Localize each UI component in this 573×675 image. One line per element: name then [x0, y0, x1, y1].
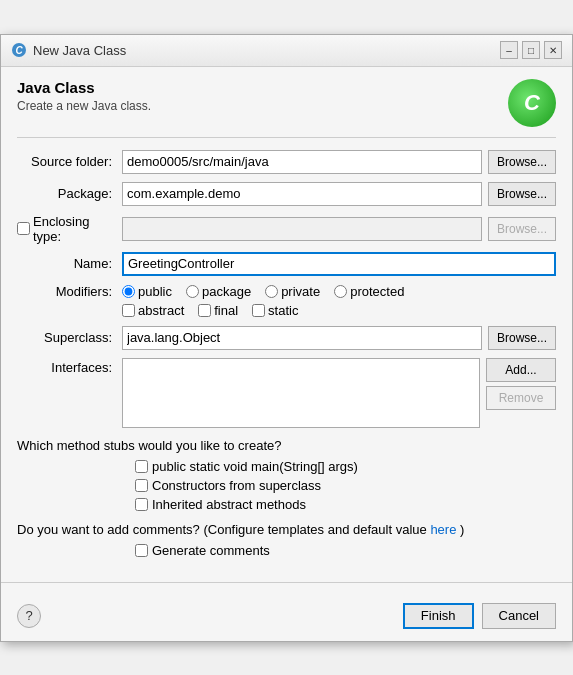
- superclass-label: Superclass:: [17, 330, 122, 345]
- generate-comments-checkbox[interactable]: [135, 544, 148, 557]
- enclosing-type-browse-button: Browse...: [488, 217, 556, 241]
- minimize-button[interactable]: –: [500, 41, 518, 59]
- stub-inherited: Inherited abstract methods: [135, 497, 556, 512]
- comments-question: Do you want to add comments? (Configure …: [17, 522, 556, 537]
- checkbox-final[interactable]: final: [198, 303, 238, 318]
- enclosing-type-row: Enclosing type: Browse...: [17, 214, 556, 244]
- name-input[interactable]: [122, 252, 556, 276]
- package-label: Package:: [17, 186, 122, 201]
- title-bar: C New Java Class – □ ✕: [1, 35, 572, 67]
- stub-constructors-checkbox[interactable]: [135, 479, 148, 492]
- svg-text:C: C: [15, 45, 23, 56]
- cancel-button[interactable]: Cancel: [482, 603, 556, 629]
- comments-here-link[interactable]: here: [430, 522, 456, 537]
- package-input[interactable]: [122, 182, 482, 206]
- modifier-checkboxes: abstract final static: [122, 303, 298, 318]
- generate-comments-label: Generate comments: [152, 543, 270, 558]
- stub-inherited-checkbox[interactable]: [135, 498, 148, 511]
- superclass-input[interactable]: [122, 326, 482, 350]
- finish-button[interactable]: Finish: [403, 603, 474, 629]
- name-row: Name:: [17, 252, 556, 276]
- header-title: Java Class: [17, 79, 151, 96]
- checkbox-abstract[interactable]: abstract: [122, 303, 184, 318]
- eclipse-logo: C: [508, 79, 556, 127]
- maximize-button[interactable]: □: [522, 41, 540, 59]
- source-folder-row: Source folder: Browse...: [17, 150, 556, 174]
- comments-section: Generate comments: [135, 543, 556, 558]
- modifiers-row: Modifiers: public package private protec…: [17, 284, 556, 299]
- remove-interface-button[interactable]: Remove: [486, 386, 556, 410]
- stub-constructors: Constructors from superclass: [135, 478, 556, 493]
- close-button[interactable]: ✕: [544, 41, 562, 59]
- generate-comments-item: Generate comments: [135, 543, 556, 558]
- dialog-title: New Java Class: [33, 43, 126, 58]
- interfaces-label: Interfaces:: [17, 358, 122, 375]
- package-browse-button[interactable]: Browse...: [488, 182, 556, 206]
- footer-buttons: Finish Cancel: [403, 603, 556, 629]
- checkbox-static[interactable]: static: [252, 303, 298, 318]
- add-interface-button[interactable]: Add...: [486, 358, 556, 382]
- modifiers-label: Modifiers:: [17, 284, 122, 299]
- stub-main-checkbox[interactable]: [135, 460, 148, 473]
- superclass-row: Superclass: Browse...: [17, 326, 556, 350]
- superclass-browse-button[interactable]: Browse...: [488, 326, 556, 350]
- source-folder-input[interactable]: [122, 150, 482, 174]
- java-icon: C: [11, 42, 27, 58]
- help-button[interactable]: ?: [17, 604, 41, 628]
- comments-question-text: Do you want to add comments? (Configure …: [17, 522, 427, 537]
- radio-public[interactable]: public: [122, 284, 172, 299]
- modifiers-checkboxes-row: abstract final static: [17, 303, 556, 318]
- source-folder-label: Source folder:: [17, 154, 122, 169]
- package-row: Package: Browse...: [17, 182, 556, 206]
- stub-inherited-label: Inherited abstract methods: [152, 497, 306, 512]
- stub-main-label: public static void main(String[] args): [152, 459, 358, 474]
- enclosing-type-label: Enclosing type:: [30, 214, 118, 244]
- source-folder-browse-button[interactable]: Browse...: [488, 150, 556, 174]
- comments-question-end: ): [460, 522, 464, 537]
- dialog-footer: ? Finish Cancel: [1, 595, 572, 641]
- header-section: Java Class Create a new Java class. C: [17, 79, 556, 138]
- interfaces-buttons: Add... Remove: [486, 358, 556, 410]
- interfaces-row: Interfaces: Add... Remove: [17, 358, 556, 428]
- stubs-question: Which method stubs would you like to cre…: [17, 438, 556, 453]
- radio-package[interactable]: package: [186, 284, 251, 299]
- stub-main: public static void main(String[] args): [135, 459, 556, 474]
- enclosing-type-input[interactable]: [122, 217, 482, 241]
- name-label: Name:: [17, 256, 122, 271]
- header-subtitle: Create a new Java class.: [17, 99, 151, 113]
- modifiers-radio-group: public package private protected: [122, 284, 404, 299]
- enclosing-type-checkbox[interactable]: [17, 222, 30, 235]
- dialog-body: Java Class Create a new Java class. C So…: [1, 67, 572, 570]
- radio-protected[interactable]: protected: [334, 284, 404, 299]
- radio-private[interactable]: private: [265, 284, 320, 299]
- stubs-section: public static void main(String[] args) C…: [135, 459, 556, 512]
- interfaces-textarea[interactable]: [122, 358, 480, 428]
- stub-constructors-label: Constructors from superclass: [152, 478, 321, 493]
